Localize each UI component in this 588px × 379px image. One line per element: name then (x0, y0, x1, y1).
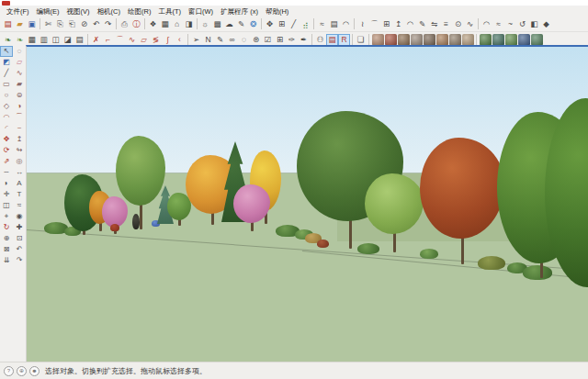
menu-item-camera[interactable]: 相机(C) (94, 7, 124, 17)
offset-icon[interactable]: ◎ (13, 156, 26, 167)
scenes-icon[interactable]: ▩ (211, 18, 223, 30)
sandbox-from-contours-icon[interactable]: ≈ (316, 18, 328, 30)
make-component-icon[interactable]: ❖ (147, 18, 159, 30)
statistics-icon[interactable]: ⣴ (300, 18, 311, 30)
pencil-tool-icon[interactable]: ✎ (214, 34, 226, 46)
menu-item-tools[interactable]: 工具(T) (154, 7, 185, 17)
n-scale-tool-icon[interactable]: N (202, 34, 214, 46)
bezier-erase-icon[interactable]: ✗ (90, 34, 102, 46)
axes-icon[interactable]: ✛ (0, 189, 13, 200)
components-window-icon[interactable]: ▦ (26, 34, 38, 46)
array-copy-icon[interactable]: ⊞ (380, 18, 392, 30)
push-pull-icon[interactable]: ↥ (13, 134, 26, 145)
model-viewport[interactable] (26, 45, 588, 362)
tree-thumb-5-icon[interactable] (531, 34, 543, 46)
bezier-scurve-icon[interactable]: ∫ (162, 34, 174, 46)
window-tool-icon[interactable]: ❏ (355, 34, 367, 46)
mirror-icon[interactable]: ⇋ (428, 18, 440, 30)
select-icon[interactable]: ↖ (0, 46, 13, 57)
bezier-spline-icon[interactable]: ∿ (126, 34, 138, 46)
menu-item-extensions[interactable]: 扩展程序 (x) (217, 7, 262, 17)
paste-icon[interactable]: ⎗ (66, 18, 78, 30)
rbc-library-icon[interactable]: R (338, 34, 350, 46)
line-icon[interactable]: ╱ (0, 68, 13, 79)
scale-icon[interactable]: ⇗ (0, 156, 13, 167)
material-replace-icon[interactable]: ◆ (540, 18, 552, 30)
menu-item-window[interactable]: 窗口(W) (185, 7, 217, 17)
joint-push-pull-icon[interactable]: ↥ (392, 18, 404, 30)
undo-icon[interactable]: ↶ (90, 18, 102, 30)
eraser-icon[interactable]: ▱ (13, 57, 26, 68)
pie-icon[interactable]: ◑ (13, 101, 26, 112)
move-icon[interactable]: ✥ (0, 134, 13, 145)
next-view-icon[interactable]: ↷ (13, 255, 26, 266)
curve-tool-icon[interactable]: ~ (504, 18, 516, 30)
component-thumb-6-icon[interactable] (436, 34, 448, 46)
component-thumb-7-icon[interactable] (449, 34, 461, 46)
people-library-icon[interactable]: ⚇ (314, 34, 326, 46)
three-point-arc-icon[interactable]: ◜ (0, 123, 13, 134)
circle-icon[interactable]: ○ (0, 90, 13, 101)
curviloft-icon[interactable]: ◠ (404, 18, 416, 30)
menu-item-edit[interactable]: 编辑(E) (33, 7, 63, 17)
arc-icon[interactable]: ◠ (0, 112, 13, 123)
styles-browser-icon[interactable]: ◨ (183, 18, 195, 30)
copy-icon[interactable]: ⎘ (54, 18, 66, 30)
3d-warehouse-icon[interactable]: ❂ (247, 18, 259, 30)
cut-icon[interactable]: ✄ (42, 18, 54, 30)
bezier-angle-icon[interactable]: ‹ (174, 34, 186, 46)
model-info-icon[interactable]: ⓘ (130, 18, 142, 30)
rotated-rectangle-icon[interactable]: ▰ (13, 79, 26, 90)
materials-browser-icon[interactable]: ▦ (159, 18, 171, 30)
previous-view-icon[interactable]: ↶ (13, 244, 26, 255)
shadows-icon[interactable]: ☼ (199, 18, 211, 30)
smoove-icon[interactable]: ◠ (340, 18, 352, 30)
sandbox-from-scratch-icon[interactable]: ▤ (328, 18, 340, 30)
help-icon[interactable]: ? (4, 366, 14, 376)
redo-icon[interactable]: ↷ (102, 18, 114, 30)
home-view-icon[interactable]: ⌂ (171, 18, 183, 30)
component-thumb-8-icon[interactable] (462, 34, 474, 46)
shape-bender-icon[interactable]: ⌒ (368, 18, 380, 30)
spline-icon[interactable]: ∿ (464, 18, 476, 30)
3d-text-icon[interactable]: T (13, 189, 26, 200)
wave-tool-icon[interactable]: ≈ (492, 18, 504, 30)
vegetation-brush-icon[interactable]: ❧ (2, 34, 14, 46)
orbit-icon[interactable]: ↻ (0, 222, 13, 233)
rectangle-icon[interactable]: ▭ (0, 79, 13, 90)
cloud-download-icon[interactable]: ☁ (223, 18, 235, 30)
save-icon[interactable]: ▣ (26, 18, 38, 30)
hand-tool-icon[interactable]: ✥ (264, 18, 276, 30)
add-location-icon[interactable]: ✎ (235, 18, 247, 30)
slope-tool-icon[interactable]: ╱ (288, 18, 300, 30)
grid-tool-icon[interactable]: ⊞ (276, 18, 288, 30)
zoom-window-icon[interactable]: ⊡ (13, 233, 26, 244)
two-point-arc-icon[interactable]: ⌒ (13, 112, 26, 123)
light-green-tree[interactable] (365, 173, 424, 252)
tree-thumb-4-icon[interactable] (518, 34, 530, 46)
section-plane-icon[interactable]: ◫ (0, 200, 13, 211)
check-tool-icon[interactable]: ☑ (262, 34, 274, 46)
protractor-icon[interactable]: ◗ (0, 178, 13, 189)
dart-tool-icon[interactable]: ➢ (190, 34, 202, 46)
half-block-tool-icon[interactable]: ◧ (528, 18, 540, 30)
tree-thumb-1-icon[interactable] (480, 34, 492, 46)
pink-cherry[interactable] (233, 184, 270, 231)
leaf-tool-icon[interactable]: ❧ (14, 34, 26, 46)
draw-extra-icon[interactable]: ✎ (416, 18, 428, 30)
component-thumb-2-icon[interactable] (385, 34, 397, 46)
rotate-icon[interactable]: ⟳ (0, 145, 13, 156)
component-thumb-4-icon[interactable] (411, 34, 423, 46)
component-thumb-1-icon[interactable] (372, 34, 384, 46)
text-icon[interactable]: A (13, 178, 26, 189)
inspect-icon[interactable]: ⊙ (452, 18, 464, 30)
brush-tool-icon[interactable]: ✑ (286, 34, 298, 46)
pen-tool-icon[interactable]: ✒ (298, 34, 310, 46)
pan-icon[interactable]: ✚ (13, 222, 26, 233)
follow-me-icon[interactable]: ↬ (13, 145, 26, 156)
dome-tool-icon[interactable]: ◠ (481, 18, 492, 30)
geolocation-icon[interactable]: ⊕ (17, 366, 27, 376)
window-add-tool-icon[interactable]: ⊞ (274, 34, 286, 46)
delete-icon[interactable]: ⊘ (78, 18, 90, 30)
component-thumb-5-icon[interactable] (424, 34, 435, 46)
